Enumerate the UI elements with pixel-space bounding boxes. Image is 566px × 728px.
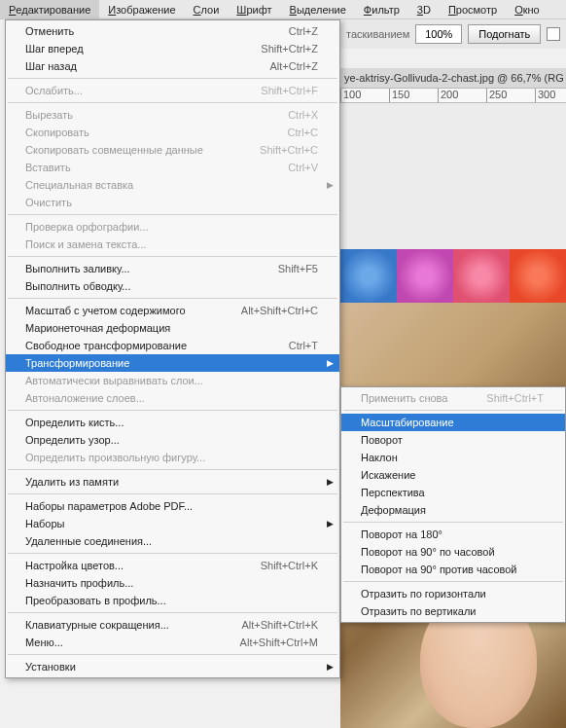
chevron-right-icon: ▶ <box>327 519 334 528</box>
menu-item-label: Шаг вперед <box>25 43 84 55</box>
menu-item-shortcut: Alt+Shift+Ctrl+M <box>240 637 318 648</box>
edit-menu-item[interactable]: Шаг назадAlt+Ctrl+Z <box>6 57 339 75</box>
chevron-right-icon: ▶ <box>327 662 334 672</box>
edit-menu-item[interactable]: Установки▶ <box>6 658 339 675</box>
menu-item-shortcut: Shift+Ctrl+C <box>260 144 318 156</box>
edit-menu-item[interactable]: ОтменитьCtrl+Z <box>6 22 339 40</box>
menubar-item-4[interactable]: Выделение <box>281 0 355 18</box>
edit-menu-item[interactable]: Свободное трансформированиеCtrl+T <box>6 337 339 354</box>
toolbar: таскиванием Подогнать <box>340 19 566 49</box>
edit-menu-item[interactable]: Назначить профиль... <box>6 574 339 592</box>
edit-menu-item: Проверка орфографии... <box>6 218 339 236</box>
menu-item-shortcut: Alt+Shift+Ctrl+K <box>241 619 318 631</box>
menubar-item-7[interactable]: Просмотр <box>440 0 506 18</box>
menu-item-label: Вставить <box>25 162 71 173</box>
menu-item-label: Скопировать совмещенные данные <box>25 144 203 156</box>
edit-menu-item[interactable]: Трансформирование▶ <box>6 354 339 372</box>
edit-menu-item[interactable]: Клавиатурные сокращения...Alt+Shift+Ctrl… <box>6 616 339 634</box>
menubar-item-3[interactable]: Шрифт <box>228 0 280 18</box>
menu-separator <box>8 256 337 257</box>
transform-submenu-item[interactable]: Отразить по вертикали <box>341 602 565 620</box>
transform-submenu-item[interactable]: Искажение <box>341 466 565 484</box>
menu-separator <box>343 581 563 582</box>
menu-item-label: Выполнить заливку... <box>25 263 130 274</box>
menu-item-label: Масштаб с учетом содержимого <box>25 305 186 316</box>
edit-menu-item[interactable]: Удалить из памяти▶ <box>6 473 339 491</box>
edit-menu-item: Автоналожение слоев... <box>6 389 339 407</box>
edit-menu-item: Поиск и замена текста... <box>6 236 339 253</box>
edit-menu-item[interactable]: Выполнить обводку... <box>6 277 339 295</box>
transform-submenu-item[interactable]: Масштабирование <box>341 414 565 431</box>
menu-separator <box>8 410 337 411</box>
menu-separator <box>8 553 337 554</box>
transform-submenu-item[interactable]: Поворот <box>341 431 565 449</box>
menu-item-shortcut: Shift+Ctrl+Z <box>261 43 318 55</box>
menu-item-shortcut: Ctrl+V <box>288 162 318 173</box>
fit-button[interactable]: Подогнать <box>468 24 541 44</box>
menu-separator <box>8 102 337 103</box>
transform-submenu-item[interactable]: Перспектива <box>341 484 565 501</box>
edit-menu-item: Специальная вставка▶ <box>6 176 339 194</box>
ruler-tick: 150 <box>389 89 438 102</box>
menu-item-label: Определить узор... <box>25 434 120 446</box>
edit-menu-item: ВырезатьCtrl+X <box>6 106 339 124</box>
toolbar-drag-label: таскиванием <box>346 28 409 40</box>
menu-separator <box>8 469 337 470</box>
menubar-item-8[interactable]: Окно <box>506 0 548 18</box>
menubar-item-1[interactable]: Изображение <box>99 0 184 18</box>
menu-item-label: Искажение <box>361 469 415 481</box>
menu-item-shortcut: Shift+Ctrl+T <box>486 392 544 404</box>
transform-submenu-item[interactable]: Наклон <box>341 449 565 466</box>
transform-submenu-item[interactable]: Поворот на 180° <box>341 526 565 543</box>
zoom-input[interactable] <box>415 24 462 44</box>
chevron-right-icon: ▶ <box>327 358 334 368</box>
menu-item-label: Установки <box>25 661 76 673</box>
menu-item-label: Удаленные соединения... <box>25 535 152 547</box>
edit-menu-item[interactable]: Выполнить заливку...Shift+F5 <box>6 260 339 277</box>
menu-item-label: Автоматически выравнивать слои... <box>25 375 203 386</box>
transform-submenu-item[interactable]: Поворот на 90° по часовой <box>341 543 565 561</box>
edit-menu-item[interactable]: Преобразовать в профиль... <box>6 592 339 609</box>
edit-menu-item[interactable]: Марионеточная деформация <box>6 319 339 337</box>
edit-menu-item[interactable]: Наборы параметров Adobe PDF... <box>6 497 339 515</box>
menu-item-shortcut: Alt+Ctrl+Z <box>269 60 318 72</box>
menu-item-label: Наборы <box>25 518 65 529</box>
edit-menu-item[interactable]: Шаг впередShift+Ctrl+Z <box>6 40 339 57</box>
menu-item-shortcut: Ctrl+C <box>288 127 318 138</box>
edit-menu-dropdown: ОтменитьCtrl+ZШаг впередShift+Ctrl+ZШаг … <box>5 19 340 678</box>
menu-item-label: Определить произвольную фигуру... <box>25 452 205 463</box>
transform-submenu-item[interactable]: Деформация <box>341 501 565 519</box>
transform-submenu-item: Применить сноваShift+Ctrl+T <box>341 389 565 407</box>
menubar-item-5[interactable]: Фильтр <box>355 0 408 18</box>
ruler-tick: 100 <box>340 89 389 102</box>
menu-separator <box>343 410 563 411</box>
ruler-tick: 250 <box>486 89 535 102</box>
edit-menu-item[interactable]: Настройка цветов...Shift+Ctrl+K <box>6 557 339 574</box>
edit-menu-item[interactable]: Удаленные соединения... <box>6 532 339 550</box>
menu-item-shortcut: Shift+Ctrl+F <box>261 85 318 96</box>
transform-submenu-item[interactable]: Отразить по горизонтали <box>341 585 565 602</box>
menubar-item-0[interactable]: Редактирование <box>0 0 99 18</box>
menu-item-label: Определить кисть... <box>25 417 124 428</box>
menu-item-label: Масштабирование <box>361 417 454 428</box>
color-swatch[interactable] <box>547 27 560 41</box>
menu-item-label: Выполнить обводку... <box>25 280 130 292</box>
edit-menu-item[interactable]: Наборы▶ <box>6 515 339 532</box>
edit-menu-item[interactable]: Меню...Alt+Shift+Ctrl+M <box>6 634 339 651</box>
menubar-item-6[interactable]: 3D <box>408 0 440 18</box>
transform-submenu-item[interactable]: Поворот на 90° против часовой <box>341 561 565 578</box>
menu-separator <box>8 298 337 299</box>
edit-menu-item: ВставитьCtrl+V <box>6 159 339 176</box>
menu-item-shortcut: Shift+F5 <box>278 263 318 274</box>
ruler-horizontal: 100150200250300350 <box>340 88 566 103</box>
menubar-item-2[interactable]: Слои <box>185 0 229 18</box>
document-tab[interactable]: ye-aktrisy-Gollivuda-2-chast.jpg @ 66,7%… <box>340 68 566 88</box>
edit-menu-item[interactable]: Масштаб с учетом содержимогоAlt+Shift+Ct… <box>6 302 339 319</box>
edit-menu-item: Автоматически выравнивать слои... <box>6 372 339 389</box>
edit-menu-item[interactable]: Определить узор... <box>6 431 339 449</box>
edit-menu-item: Скопировать совмещенные данныеShift+Ctrl… <box>6 141 339 159</box>
menu-item-label: Клавиатурные сокращения... <box>25 619 169 631</box>
menu-item-label: Меню... <box>25 637 63 648</box>
menu-item-label: Марионеточная деформация <box>25 322 170 334</box>
edit-menu-item[interactable]: Определить кисть... <box>6 414 339 431</box>
